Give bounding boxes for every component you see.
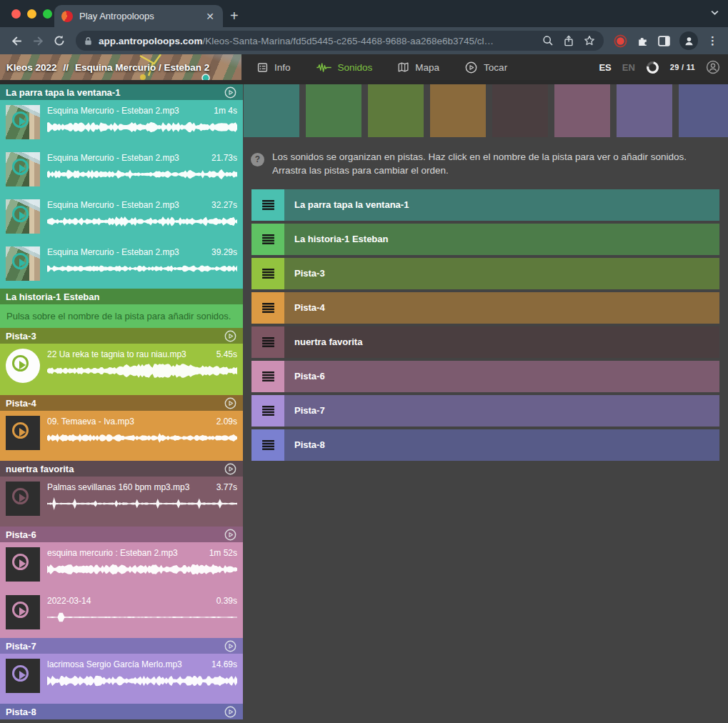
track-play-button[interactable] [224, 329, 237, 343]
track-drag-handle[interactable] [251, 189, 284, 221]
track-row[interactable]: nuertra favorita [251, 326, 719, 358]
zoom-icon[interactable] [542, 35, 554, 46]
track-header[interactable]: Pista-4 [0, 395, 243, 411]
profile-avatar[interactable] [679, 31, 698, 50]
track-header[interactable]: Pista-7 [0, 638, 243, 654]
clip-thumbnail [6, 349, 40, 383]
zoom-window-button[interactable] [43, 9, 52, 19]
new-tab-button[interactable]: + [230, 6, 239, 25]
record-icon[interactable] [614, 34, 627, 48]
clip-duration: 3.77s [216, 482, 237, 492]
extensions-puzzle-icon[interactable] [637, 35, 649, 47]
address-bar[interactable]: app.antropoloops.com/Kleos-Santa-Marina/… [76, 31, 604, 51]
clip-duration: 39.29s [211, 247, 237, 257]
track-row[interactable]: Pista-3 [251, 258, 719, 289]
clip-play-icon[interactable] [12, 111, 29, 128]
reload-icon[interactable] [49, 30, 70, 51]
track-play-button[interactable] [224, 639, 237, 653]
track-play-button[interactable] [224, 397, 237, 410]
track-row[interactable]: Pista-8 [251, 429, 719, 461]
track-name: nuertra favorita [6, 464, 74, 474]
clip-info: esquina mercurio : Esteban 2.mp31m 52s [47, 547, 237, 590]
clip-title: Palmas sevillanas 160 bpm mp3.mp3 [47, 482, 194, 492]
track-play-button[interactable] [224, 528, 237, 542]
audio-clip[interactable]: Esquina Mercurio - Esteban 2.mp31m 4s [0, 100, 243, 147]
lang-en[interactable]: EN [622, 62, 635, 73]
track-play-button[interactable] [224, 86, 237, 99]
clip-info: lacrimosa Sergio García Merlo.mp314.69s [47, 659, 237, 704]
nav-tab-info[interactable]: Info [257, 62, 291, 73]
clip-play-icon[interactable] [12, 253, 29, 269]
browser-tab[interactable]: Play Antropoloops ✕ [54, 5, 223, 27]
track-row[interactable]: Pista-4 [251, 292, 719, 324]
audio-clip[interactable]: Palmas sevillanas 160 bpm mp3.mp33.77s [0, 477, 243, 527]
track-header[interactable]: La historia-1 Esteban [0, 289, 243, 304]
help-text: Los sonidos se organizan en pistas. Haz … [272, 151, 718, 178]
lang-es[interactable]: ES [599, 62, 611, 73]
share-icon[interactable] [564, 35, 574, 46]
track-play-button[interactable] [224, 705, 237, 719]
account-icon[interactable] [706, 60, 720, 74]
audio-clip[interactable]: 2022-03-140.39s [0, 590, 243, 638]
track-drag-handle[interactable] [251, 395, 284, 427]
close-window-button[interactable] [11, 9, 21, 19]
track-drag-handle[interactable] [251, 292, 284, 324]
clip-play-icon[interactable] [12, 602, 29, 618]
audio-clip[interactable]: lacrimosa Sergio García Merlo.mp314.69s [0, 654, 243, 704]
track-row-body: Pista-8 [284, 429, 719, 461]
track-header[interactable]: Pista-6 [0, 527, 243, 542]
map-icon [398, 62, 409, 72]
track-header[interactable]: Pista-3 [0, 328, 243, 344]
audio-clip[interactable]: Esquina Mercurio - Esteban 2.mp339.29s [0, 241, 243, 289]
audio-clip[interactable]: Esquina Mercurio - Esteban 2.mp321.73s [0, 147, 243, 194]
clip-play-icon[interactable] [12, 206, 29, 222]
project-banner[interactable]: Kleos 2022 // Esquina Mercurio / Esteban… [0, 54, 241, 80]
track-play-button[interactable] [224, 462, 237, 476]
track-clips: esquina mercurio : Esteban 2.mp31m 52s20… [0, 542, 243, 638]
nav-tab-mapa[interactable]: Mapa [398, 62, 439, 73]
audio-clip[interactable]: Esquina Mercurio - Esteban 2.mp332.27s [0, 194, 243, 241]
track-header[interactable]: Pista-8 [0, 704, 243, 719]
forward-icon[interactable] [27, 30, 49, 51]
clip-play-icon[interactable] [12, 159, 29, 175]
clip-play-icon[interactable] [12, 355, 29, 372]
clip-play-icon[interactable] [12, 665, 29, 682]
track-drag-handle[interactable] [251, 429, 284, 461]
track-header[interactable]: La parra tapa la ventana-1 [0, 84, 243, 100]
audio-clip[interactable]: esquina mercurio : Esteban 2.mp31m 52s [0, 542, 243, 590]
clip-waveform [47, 497, 237, 511]
clip-info: Esquina Mercurio - Esteban 2.mp321.73s [47, 152, 237, 194]
side-panel-icon[interactable] [658, 36, 670, 46]
nav-tab-sonidos[interactable]: Sonidos [316, 62, 373, 73]
track-swatch [368, 84, 424, 137]
nav-tab-label: Tocar [484, 62, 507, 73]
clip-play-icon[interactable] [12, 422, 29, 439]
audio-clip[interactable]: 22 Ua reka te tagnia to rau niau.mp35.45… [0, 344, 243, 395]
clip-play-icon[interactable] [12, 554, 29, 570]
clip-waveform [47, 214, 237, 229]
clip-thumbnail [6, 416, 40, 450]
audio-clip[interactable]: 09. Temaeva - Iva.mp32.09s [0, 411, 243, 461]
minimize-window-button[interactable] [27, 9, 36, 19]
back-icon[interactable] [6, 30, 27, 51]
lock-icon[interactable] [84, 36, 92, 46]
browser-menu-kebab-icon[interactable]: ⋮ [707, 34, 718, 47]
track-row-label: Pista-8 [294, 439, 325, 450]
track-header[interactable]: nuertra favorita [0, 461, 243, 477]
track-row[interactable]: Pista-6 [251, 361, 719, 392]
browser-window: Play Antropoloops ✕ + app.antropoloops.c… [0, 0, 728, 723]
clip-play-icon[interactable] [12, 488, 29, 504]
track-row[interactable]: La historia-1 Esteban [251, 224, 719, 255]
breadcrumb-separator: // [64, 62, 69, 73]
track-drag-handle[interactable] [251, 361, 284, 392]
nav-tab-tocar[interactable]: Tocar [465, 61, 507, 74]
bookmark-star-icon[interactable] [584, 35, 595, 46]
track-drag-handle[interactable] [251, 224, 284, 255]
track-row[interactable]: La parra tapa la ventana-1 [251, 189, 719, 221]
track-drag-handle[interactable] [251, 326, 284, 358]
header-right: ES EN 29 / 11 [599, 54, 728, 80]
tab-close-icon[interactable]: ✕ [204, 11, 216, 22]
tab-search-chevron-icon[interactable] [710, 7, 719, 20]
track-row[interactable]: Pista-7 [251, 395, 719, 427]
track-drag-handle[interactable] [251, 258, 284, 289]
